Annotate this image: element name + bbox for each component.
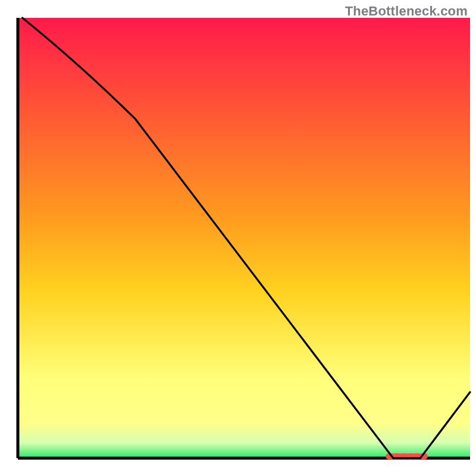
gradient-background: [18, 18, 470, 458]
bottleneck-chart: [0, 0, 476, 476]
watermark-text: TheBottleneck.com: [345, 4, 468, 19]
chart-container: TheBottleneck.com: [0, 0, 476, 476]
